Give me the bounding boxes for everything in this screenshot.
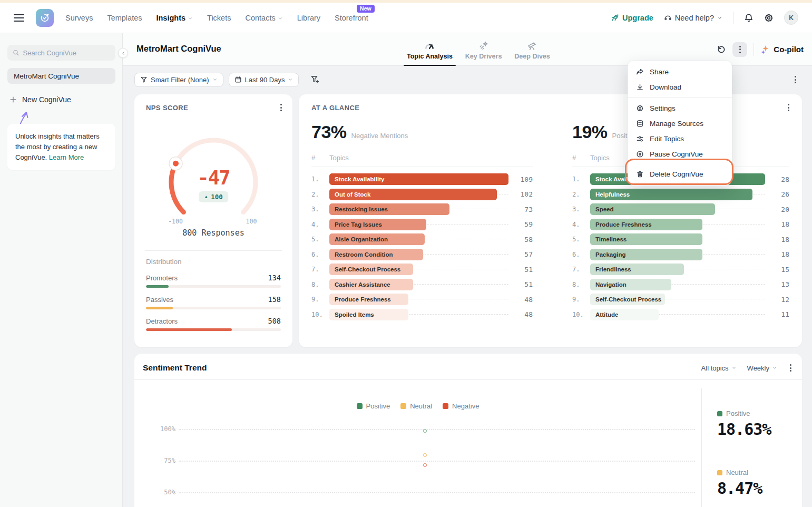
topics-filter-dropdown[interactable]: All topics bbox=[701, 364, 737, 372]
menu-item-share[interactable]: Share bbox=[628, 64, 732, 80]
topic-label: Attitude bbox=[595, 311, 618, 318]
refresh-icon[interactable] bbox=[717, 45, 726, 54]
topic-label: Out of Stock bbox=[335, 191, 370, 198]
topic-bar[interactable]: Speed bbox=[590, 203, 715, 215]
topic-bar[interactable]: Produce Freshness bbox=[329, 294, 408, 305]
menu-item-manage-sources[interactable]: Manage Sources bbox=[628, 116, 732, 131]
nav-surveys[interactable]: Surveys bbox=[65, 14, 93, 22]
topic-bar[interactable]: Aisle Organization bbox=[329, 233, 425, 245]
avatar[interactable]: K bbox=[784, 11, 798, 25]
settings-gear-icon[interactable] bbox=[764, 13, 774, 23]
distribution-rows: Promoters134 Passives158 Detractors508 bbox=[146, 274, 281, 338]
topic-bar-track: Aisle Organization bbox=[329, 233, 508, 245]
new-badge: New bbox=[357, 5, 375, 13]
filter-row-kebab-icon[interactable] bbox=[793, 74, 798, 85]
nav-insights[interactable]: Insights bbox=[156, 14, 193, 22]
upgrade-button[interactable]: Upgrade bbox=[611, 14, 653, 22]
glance-card-kebab-icon[interactable] bbox=[786, 102, 791, 113]
topic-bar[interactable]: Self-Checkout Process bbox=[329, 264, 413, 275]
menu-item-edit-topics[interactable]: Edit Topics bbox=[628, 131, 732, 147]
topic-label: Self-Checkout Process bbox=[595, 296, 661, 303]
interval-filter-label: Weekly bbox=[747, 364, 769, 372]
search-input[interactable] bbox=[23, 49, 110, 57]
nps-card-kebab-icon[interactable] bbox=[278, 102, 284, 113]
sidebar-item-metromart-cognivue[interactable]: MetroMart CogniVue bbox=[7, 68, 115, 84]
hamburger-menu-icon[interactable] bbox=[14, 14, 24, 22]
topic-count: 18 bbox=[765, 220, 789, 228]
topic-bar-track: Produce Freshness bbox=[590, 219, 765, 230]
nav-tickets[interactable]: Tickets bbox=[207, 14, 231, 22]
sidebar-collapse-button[interactable] bbox=[118, 48, 128, 58]
page-title: MetroMart CogniVue bbox=[136, 44, 221, 54]
more-options-button[interactable] bbox=[732, 42, 747, 57]
data-point-negative bbox=[423, 463, 427, 467]
topic-bar[interactable]: Produce Freshness bbox=[590, 219, 702, 230]
topic-bar-track: Out of Stock bbox=[329, 189, 508, 200]
topic-rank: 10. bbox=[311, 311, 329, 318]
topic-bar-track: Spoiled Items bbox=[329, 309, 508, 320]
topics-column-header: Topics bbox=[590, 154, 610, 162]
nav-contacts[interactable]: Contacts bbox=[245, 14, 282, 22]
distribution-label: Passives bbox=[146, 296, 173, 304]
topic-bar[interactable]: Self-Checkout Process bbox=[590, 294, 665, 305]
menu-item-pause-cognivue[interactable]: Pause CogniVue bbox=[628, 147, 732, 162]
nav-label: Surveys bbox=[65, 14, 93, 22]
topic-bar[interactable]: Attitude bbox=[590, 309, 659, 320]
topic-bar[interactable]: Helpfulness bbox=[590, 189, 752, 200]
topic-bar[interactable]: Packaging bbox=[590, 249, 702, 260]
topic-bar[interactable]: Price Tag Issues bbox=[329, 219, 426, 230]
new-cognivue-button[interactable]: New CogniVue bbox=[9, 95, 71, 104]
menu-item-download[interactable]: Download bbox=[628, 80, 732, 95]
topic-row: 4.Produce Freshness18 bbox=[572, 217, 789, 232]
tab-deep-dives[interactable]: Deep Dives bbox=[513, 33, 551, 65]
topic-bar[interactable]: Friendliness bbox=[590, 264, 684, 275]
add-filter-button[interactable] bbox=[310, 75, 320, 84]
topic-bar[interactable]: Restocking Issues bbox=[329, 203, 449, 215]
topic-label: Stock Availability bbox=[335, 176, 384, 182]
app-logo[interactable] bbox=[36, 9, 54, 27]
nav-library[interactable]: Library bbox=[297, 14, 320, 22]
notifications-bell-icon[interactable] bbox=[744, 13, 754, 23]
topic-count: 102 bbox=[508, 190, 533, 198]
sidebar: MetroMart CogniVue New CogniVue Unlock i… bbox=[0, 33, 123, 507]
topic-bar[interactable]: Restroom Condition bbox=[329, 249, 423, 260]
topic-label: Produce Freshness bbox=[335, 296, 391, 303]
topic-bar-track: Self-Checkout Process bbox=[590, 294, 765, 305]
topic-bar-track: Speed bbox=[590, 203, 765, 215]
tab-topic-analysis[interactable]: Topic Analysis bbox=[406, 33, 454, 65]
sentiment-card-kebab-icon[interactable] bbox=[788, 362, 794, 374]
date-range-dropdown[interactable]: Last 90 Days bbox=[229, 73, 299, 87]
topic-count: 109 bbox=[508, 175, 533, 183]
topic-bar[interactable]: Stock Availability bbox=[329, 173, 508, 185]
topic-bar-track: Stock Availability bbox=[329, 173, 508, 185]
menu-item-label: Download bbox=[650, 83, 681, 91]
y-axis-tick: 75% bbox=[150, 457, 175, 464]
tab-key-drivers[interactable]: Key Drivers bbox=[464, 33, 503, 65]
topic-bar[interactable]: Spoiled Items bbox=[329, 309, 408, 320]
topic-row: 7.Friendliness15 bbox=[572, 262, 789, 277]
topbar-right-cluster: Upgrade Need help? K bbox=[611, 11, 798, 25]
topic-bar[interactable]: Cashier Assistance bbox=[329, 279, 413, 290]
topic-bar-track: Packaging bbox=[590, 249, 765, 260]
smart-filter-dropdown[interactable]: Smart Filter (None) bbox=[134, 73, 223, 87]
topic-bar-track: Helpfulness bbox=[590, 189, 765, 200]
interval-filter-dropdown[interactable]: Weekly bbox=[747, 364, 777, 372]
menu-item-label: Pause CogniVue bbox=[650, 150, 703, 158]
nav-templates[interactable]: Templates bbox=[107, 14, 142, 22]
topic-bar[interactable]: Navigation bbox=[590, 279, 671, 290]
copilot-button[interactable]: Co-pilot bbox=[760, 45, 804, 54]
topic-bar-track: Attitude bbox=[590, 309, 765, 320]
topic-row: 10.Spoiled Items48 bbox=[311, 307, 533, 323]
funnel-icon bbox=[140, 76, 148, 83]
learn-more-link[interactable]: Learn More bbox=[49, 153, 84, 161]
nav-storefront[interactable]: Storefront New bbox=[335, 14, 368, 22]
neutral-summary-stat: Neutral 8.47% bbox=[717, 469, 762, 498]
topic-rank: 7. bbox=[572, 266, 590, 273]
topic-bar[interactable]: Out of Stock bbox=[329, 189, 497, 200]
topic-bar[interactable]: Timeliness bbox=[590, 233, 702, 245]
topic-row: 3.Restocking Issues73 bbox=[311, 202, 533, 217]
need-help-menu[interactable]: Need help? bbox=[664, 14, 722, 22]
topic-rank: 4. bbox=[311, 221, 329, 228]
menu-item-settings[interactable]: Settings bbox=[628, 101, 732, 116]
menu-item-delete-cognivue[interactable]: Delete CogniVue bbox=[628, 167, 732, 182]
